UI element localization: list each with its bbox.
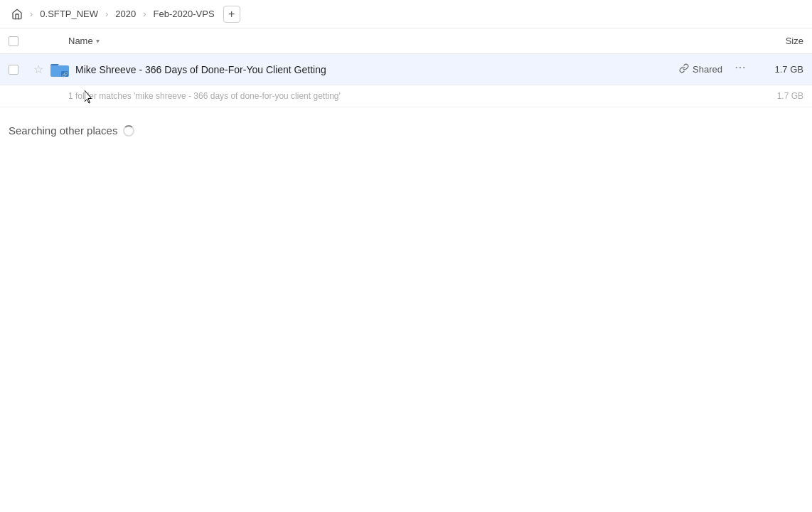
add-breadcrumb-button[interactable]: + (223, 6, 240, 23)
loading-spinner (123, 125, 134, 137)
breadcrumb-item-feb[interactable]: Feb-2020-VPS (151, 7, 218, 21)
link-icon (679, 63, 689, 75)
select-all-checkbox[interactable] (9, 36, 18, 46)
name-column-header[interactable]: Name ▾ (68, 36, 747, 46)
size-column-header[interactable]: Size (747, 36, 803, 46)
breadcrumb-item-sftp[interactable]: 0.SFTP_NEW (37, 7, 101, 21)
column-headers: Name ▾ Size (0, 28, 812, 54)
name-header-label: Name (68, 36, 93, 46)
home-button[interactable] (9, 7, 26, 21)
match-text: 1 folder matches 'mike shreeve - 366 day… (68, 91, 341, 101)
row-checkbox-col (9, 65, 28, 75)
row-select-checkbox[interactable] (9, 65, 18, 75)
sep-3: › (143, 9, 146, 19)
breadcrumb: › 0.SFTP_NEW › 2020 › Feb-2020-VPS + (0, 0, 812, 28)
sep-1: › (30, 9, 33, 19)
star-icon: ☆ (33, 63, 43, 76)
svg-text:🔗: 🔗 (62, 71, 68, 78)
chevron-down-icon: ▾ (96, 37, 100, 45)
folder-icon: 🔗 (48, 61, 71, 78)
searching-section: Searching other places (0, 107, 812, 145)
select-all-checkbox-col (9, 36, 28, 46)
breadcrumb-item-2020[interactable]: 2020 (112, 7, 139, 21)
searching-label: Searching other places (9, 124, 117, 137)
table-row[interactable]: ☆ 🔗 Mike Shreeve - 366 Days of Done-For-… (0, 54, 812, 85)
shared-indicator: Shared (679, 63, 722, 75)
svg-point-6 (743, 67, 744, 68)
star-button[interactable]: ☆ (28, 63, 48, 76)
match-info-row: 1 folder matches 'mike shreeve - 366 day… (0, 85, 812, 107)
svg-point-5 (739, 67, 741, 68)
file-size: 1.7 GB (761, 64, 803, 75)
match-size: 1.7 GB (777, 91, 803, 101)
file-name: Mike Shreeve - 366 Days of Done-For-You … (75, 64, 679, 75)
sep-2: › (105, 9, 108, 19)
svg-point-4 (736, 67, 737, 68)
shared-label: Shared (693, 64, 722, 75)
more-options-button[interactable] (731, 61, 749, 78)
